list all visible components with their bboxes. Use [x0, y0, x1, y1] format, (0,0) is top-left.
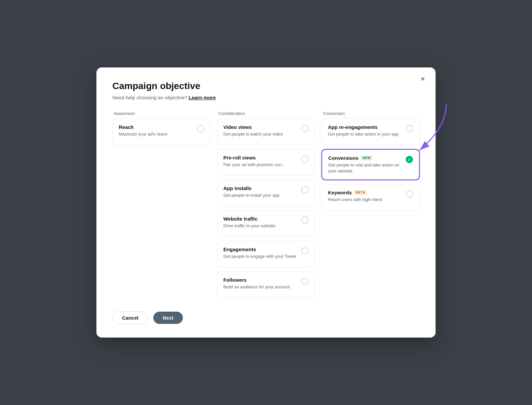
conversion-column: App re-engagements Get people to take ac… [322, 119, 420, 211]
engagements-card[interactable]: Engagements Get people to engage with yo… [217, 241, 315, 267]
reach-desc: Maximize your ad's reach [119, 131, 193, 137]
learn-more-link[interactable]: Learn more [189, 95, 216, 100]
app-installs-title: App installs [223, 185, 298, 191]
keywords-title: Keywords BETA [328, 190, 402, 195]
followers-card[interactable]: Followers Build an audience for your acc… [217, 271, 315, 298]
website-traffic-desc: Drive traffic to your website [223, 223, 298, 229]
conversions-title: Conversions NEW [328, 155, 402, 161]
conversions-card-wrapper: Conversions NEW Get people to visit and … [322, 149, 420, 180]
website-traffic-radio[interactable] [301, 217, 309, 224]
pre-roll-desc: Pair your ad with premium con... [223, 162, 298, 168]
keywords-card[interactable]: Keywords BETA Reach users with high inte… [322, 184, 420, 211]
beta-badge: BETA [354, 190, 367, 195]
app-reengagements-title: App re-engagements [328, 124, 402, 130]
video-views-radio[interactable] [301, 125, 309, 132]
pre-roll-card[interactable]: Pre-roll views Pair your ad with premium… [217, 149, 315, 176]
modal-title: Campaign objective [112, 81, 420, 91]
new-badge: NEW [360, 155, 373, 160]
modal-subtitle: Need help choosing an objective? Learn m… [112, 95, 420, 100]
engagements-desc: Get people to engage with your Tweet [223, 253, 298, 259]
app-reengagements-radio[interactable] [406, 125, 413, 132]
pre-roll-title: Pre-roll views [223, 155, 298, 160]
app-reengagements-desc: Get people to take action in your app [328, 131, 402, 137]
modal-backdrop: × Campaign objective Need help choosing … [0, 0, 532, 405]
website-traffic-title: Website traffic [223, 216, 298, 222]
conversions-card[interactable]: Conversions NEW Get people to visit and … [322, 149, 420, 180]
app-installs-radio[interactable] [301, 186, 309, 193]
engagements-radio[interactable] [301, 247, 309, 254]
conversions-radio[interactable]: ✓ [406, 156, 413, 163]
close-button[interactable]: × [418, 74, 428, 84]
website-traffic-card[interactable]: Website traffic Drive traffic to your we… [217, 210, 315, 237]
next-button[interactable]: Next [153, 312, 183, 324]
keywords-radio[interactable] [406, 190, 413, 198]
awareness-column: Reach Maximize your ad's reach [112, 119, 210, 145]
app-installs-card[interactable]: App installs Get people to install your … [217, 180, 315, 206]
column-headers: Awareness Consideration Conversion [112, 111, 420, 116]
followers-radio[interactable] [301, 278, 309, 285]
reach-radio[interactable] [197, 125, 204, 132]
consideration-column: Video views Get people to watch your vid… [217, 119, 315, 298]
video-views-title: Video views [223, 124, 298, 130]
modal-footer: Cancel Next [112, 311, 420, 324]
consideration-column-label: Consideration [217, 111, 315, 116]
cancel-button[interactable]: Cancel [112, 311, 148, 324]
engagements-title: Engagements [223, 247, 298, 252]
keywords-desc: Reach users with high intent [328, 197, 402, 203]
followers-desc: Build an audience for your account [223, 284, 298, 290]
app-installs-desc: Get people to install your app [223, 192, 298, 198]
pre-roll-radio[interactable] [301, 155, 309, 163]
campaign-objective-modal: × Campaign objective Need help choosing … [96, 67, 436, 338]
reach-title: Reach [119, 124, 193, 130]
followers-title: Followers [223, 277, 298, 283]
video-views-card[interactable]: Video views Get people to watch your vid… [217, 119, 315, 145]
awareness-column-label: Awareness [112, 111, 210, 116]
app-reengagements-card[interactable]: App re-engagements Get people to take ac… [322, 119, 420, 145]
conversions-desc: Get people to visit and take action on y… [328, 162, 402, 174]
objective-columns: Reach Maximize your ad's reach Video vie… [112, 119, 420, 298]
conversion-column-label: Conversion [322, 111, 420, 116]
video-views-desc: Get people to watch your video [223, 131, 298, 137]
reach-card[interactable]: Reach Maximize your ad's reach [112, 119, 210, 145]
